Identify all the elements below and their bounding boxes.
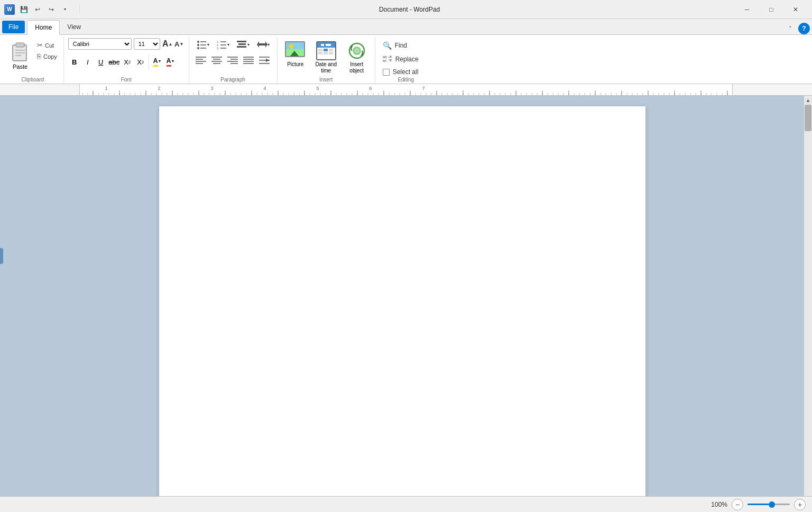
underline-button[interactable]: U [95, 56, 107, 68]
minimize-button[interactable]: ─ [735, 0, 759, 19]
clipboard-label: Clipboard [6, 77, 59, 84]
svg-text:6: 6 [369, 86, 372, 91]
svg-rect-18 [238, 43, 246, 45]
font-name-select[interactable]: Calibri [68, 38, 132, 50]
qa-dropdown-button[interactable]: ▾ [59, 4, 71, 15]
bullets-button[interactable]: ▾ [193, 38, 213, 51]
highlight-bar [153, 65, 158, 67]
svg-point-5 [197, 41, 199, 43]
cut-label: Cut [45, 42, 54, 49]
svg-text:1: 1 [105, 86, 107, 91]
quick-access-toolbar: 💾 ↩ ↪ ▾ [18, 4, 71, 15]
paragraph-group: ▾ 1. 2. 3. ▾ [189, 37, 278, 84]
font-color-bar [167, 65, 171, 67]
select-all-label: Select all [393, 68, 419, 76]
align-justify-button[interactable] [241, 54, 256, 67]
insert-object-icon [345, 40, 368, 61]
redo-button[interactable]: ↪ [45, 4, 57, 15]
datetime-button[interactable]: Date and time [312, 38, 340, 76]
zoom-track[interactable] [748, 504, 790, 505]
font-separator [149, 54, 149, 70]
title-separator [79, 4, 80, 15]
document-scroll-area[interactable] [0, 96, 804, 512]
line-spacing-button[interactable]: ▾ [254, 38, 273, 51]
save-button[interactable]: 💾 [18, 4, 30, 15]
find-icon: 🔍 [383, 41, 392, 50]
zoom-out-button[interactable]: − [732, 499, 743, 510]
picture-icon [284, 40, 307, 61]
svg-rect-1 [16, 43, 24, 47]
maximize-button[interactable]: □ [759, 0, 783, 19]
replace-button[interactable]: ab ac Replace [380, 53, 432, 65]
font-group: Calibri 11 A▲ A▼ B I U abc X2 X [64, 37, 189, 84]
help-button[interactable]: ? [798, 23, 810, 34]
zoom-slider-thumb[interactable] [769, 501, 775, 508]
ribbon: Paste ✂ Cut ⎘ Copy Clipboard [0, 35, 812, 84]
font-row2: B I U abc X2 X2 A ▾ [68, 53, 177, 71]
svg-text:3.: 3. [217, 47, 219, 49]
document-page[interactable] [159, 106, 645, 501]
paste-label: Paste [13, 63, 27, 70]
insert-object-button[interactable]: Insert object [343, 38, 371, 76]
svg-marker-20 [257, 41, 267, 48]
paragraph-row2 [193, 54, 272, 67]
picture-label: Picture [287, 61, 303, 68]
svg-point-7 [197, 44, 199, 46]
find-button[interactable]: 🔍 Find [380, 40, 432, 51]
scroll-up-button[interactable]: ▲ [805, 97, 811, 104]
close-button[interactable]: ✕ [783, 0, 808, 19]
scrollbar-thumb[interactable] [805, 105, 811, 131]
copy-button[interactable]: ⎘ Copy [35, 51, 59, 61]
font-color-button[interactable]: A ▾ [164, 56, 177, 68]
select-all-button[interactable]: Select all [380, 67, 432, 77]
picture-button[interactable]: Picture [282, 38, 309, 70]
paste-button[interactable]: Paste [6, 38, 34, 72]
editing-label: Editing [380, 77, 432, 84]
numbering-button[interactable]: 1. 2. 3. ▾ [214, 38, 233, 51]
app-icon: W [4, 4, 15, 15]
font-label: Font [68, 77, 184, 84]
clipboard-group-content: Paste ✂ Cut ⎘ Copy [6, 38, 59, 77]
svg-marker-40 [266, 59, 270, 62]
clipboard-group: Paste ✂ Cut ⎘ Copy Clipboard [2, 37, 64, 84]
font-size-select[interactable]: 11 [134, 38, 160, 50]
svg-rect-49 [80, 84, 732, 95]
insert-label: Insert [282, 77, 371, 84]
tab-home[interactable]: Home [27, 20, 60, 35]
zoom-in-button[interactable]: + [794, 499, 806, 510]
italic-button[interactable]: I [81, 56, 94, 68]
list-style-button[interactable]: ▾ [234, 38, 253, 51]
cut-button[interactable]: ✂ Cut [35, 40, 59, 50]
highlight-color-button[interactable]: A ▾ [151, 56, 163, 68]
align-left-button[interactable] [193, 54, 208, 67]
bold-button[interactable]: B [68, 56, 81, 68]
insert-group-content: Picture [282, 38, 371, 77]
replace-icon: ab ac [383, 54, 392, 64]
tab-view[interactable]: View [60, 20, 88, 34]
window-controls: ─ □ ✕ [735, 0, 808, 19]
ribbon-collapse-button[interactable]: ˄ [785, 23, 796, 34]
align-center-button[interactable] [209, 54, 224, 67]
vertical-scrollbar[interactable]: ▲ [804, 96, 812, 512]
paragraph-row1: ▾ 1. 2. 3. ▾ [193, 38, 273, 51]
indent-right-button[interactable] [257, 54, 272, 67]
title-bar: W 💾 ↩ ↪ ▾ Document - WordPad ─ □ ✕ [0, 0, 812, 19]
ruler: 1 2 3 4 5 6 7 [0, 84, 812, 96]
svg-point-9 [197, 47, 199, 49]
grow-font-button[interactable]: A▲ [162, 39, 173, 49]
strikethrough-button[interactable]: abc [108, 56, 121, 68]
svg-text:2: 2 [158, 86, 160, 91]
ribbon-tabs: File Home View ˄ ? [0, 19, 812, 35]
undo-button[interactable]: ↩ [32, 4, 43, 15]
copy-icon: ⎘ [37, 52, 41, 60]
select-all-icon [383, 69, 390, 76]
tab-file[interactable]: File [2, 21, 25, 33]
subscript-button[interactable]: X2 [121, 56, 134, 68]
datetime-icon [315, 40, 338, 61]
font-size-buttons: A▲ A▼ [162, 39, 184, 49]
shrink-font-button[interactable]: A▼ [174, 39, 184, 49]
ruler-inner: 1 2 3 4 5 6 7 [79, 84, 733, 95]
superscript-button[interactable]: X2 [134, 56, 147, 68]
align-right-button[interactable] [225, 54, 240, 67]
content-area: ▲ [0, 96, 812, 512]
